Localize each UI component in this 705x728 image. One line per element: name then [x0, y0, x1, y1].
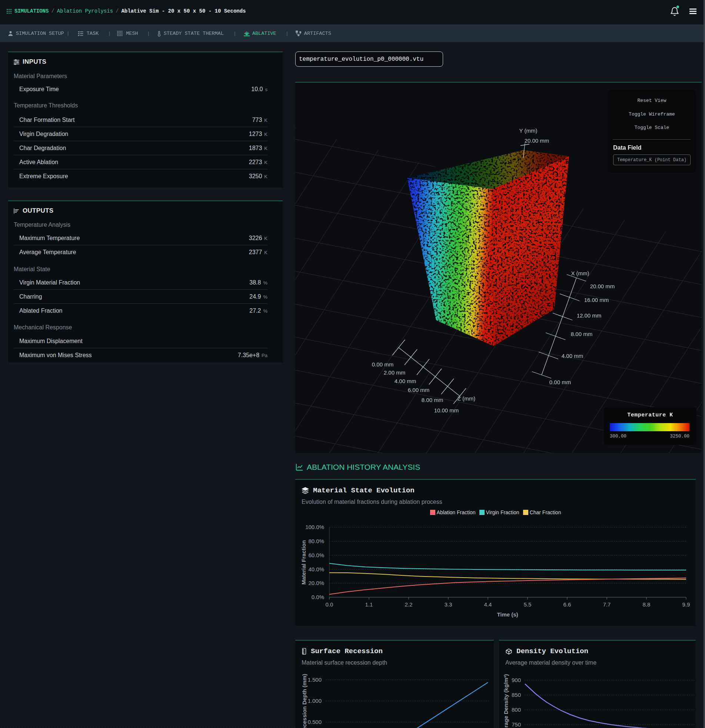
svg-text:900: 900: [511, 677, 521, 683]
svg-text:40.0%: 40.0%: [308, 566, 324, 572]
svg-text:6.6: 6.6: [563, 601, 571, 608]
svg-text:Material Fraction: Material Fraction: [300, 540, 307, 585]
svg-text:12.00 mm: 12.00 mm: [577, 312, 602, 319]
svg-text:0.0: 0.0: [325, 601, 333, 608]
svg-text:4.4: 4.4: [484, 601, 492, 608]
svg-text:6.00 mm: 6.00 mm: [408, 387, 429, 393]
svg-text:Recession Depth (mm): Recession Depth (mm): [301, 674, 308, 728]
svg-text:0.00 mm: 0.00 mm: [549, 379, 571, 385]
svg-text:4.00 mm: 4.00 mm: [562, 353, 583, 359]
svg-text:Time (s): Time (s): [497, 611, 518, 618]
svg-text:100.0%: 100.0%: [305, 524, 324, 530]
svg-text:2.00 mm: 2.00 mm: [384, 369, 405, 376]
svg-text:5.5: 5.5: [523, 601, 531, 608]
svg-text:9.9: 9.9: [682, 601, 690, 608]
svg-text:8.00 mm: 8.00 mm: [422, 397, 443, 403]
svg-text:8.8: 8.8: [643, 601, 650, 608]
svg-text:2.2: 2.2: [405, 601, 412, 608]
svg-text:3.3: 3.3: [444, 601, 452, 608]
svg-text:16.00 mm: 16.00 mm: [584, 297, 609, 303]
svg-text:1.1: 1.1: [365, 601, 373, 608]
svg-text:20.00 mm: 20.00 mm: [590, 283, 615, 289]
svg-text:800: 800: [511, 706, 521, 713]
svg-text:60.0%: 60.0%: [308, 552, 324, 558]
svg-text:Average Density (kg/m³): Average Density (kg/m³): [503, 674, 509, 728]
svg-text:1.000: 1.000: [308, 698, 322, 704]
svg-text:0.00 mm: 0.00 mm: [372, 361, 393, 367]
svg-text:80.0%: 80.0%: [308, 538, 324, 544]
svg-text:7.7: 7.7: [603, 601, 611, 608]
svg-text:750: 750: [511, 721, 521, 728]
svg-text:X (mm): X (mm): [571, 270, 589, 276]
svg-text:Z (mm): Z (mm): [458, 395, 475, 402]
svg-text:850: 850: [511, 692, 521, 698]
svg-text:0.500: 0.500: [308, 719, 322, 725]
svg-text:10.00 mm: 10.00 mm: [434, 407, 459, 413]
svg-text:1.500: 1.500: [308, 676, 322, 683]
svg-text:Y (mm): Y (mm): [519, 127, 537, 134]
svg-text:4.00 mm: 4.00 mm: [394, 378, 416, 384]
svg-text:20.00 mm: 20.00 mm: [524, 137, 549, 144]
svg-text:8.00 mm: 8.00 mm: [571, 331, 592, 337]
svg-text:20.0%: 20.0%: [308, 580, 324, 586]
svg-text:0.0%: 0.0%: [312, 594, 324, 600]
